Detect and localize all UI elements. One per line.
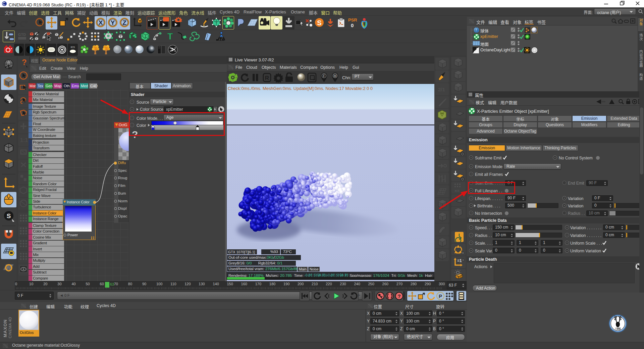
- svg-text:X: X: [99, 19, 103, 26]
- svg-text:S: S: [317, 19, 321, 27]
- svg-text:=1: =1: [457, 258, 462, 263]
- svg-text:S: S: [7, 212, 11, 219]
- svg-text:行鹿客: 行鹿客: [615, 327, 621, 330]
- svg-text:1:1: 1:1: [20, 137, 28, 143]
- svg-text:M: M: [334, 74, 336, 78]
- svg-text:Y: Y: [110, 19, 115, 26]
- svg-text:IES: IES: [71, 46, 75, 49]
- svg-text:Z: Z: [122, 19, 126, 26]
- svg-text:P: P: [439, 293, 442, 299]
- svg-text:T: T: [167, 31, 173, 42]
- svg-text:.fx: .fx: [218, 36, 224, 42]
- svg-text:GTD: GTD: [18, 33, 26, 37]
- svg-text:?: ?: [397, 293, 400, 299]
- svg-text:R: R: [265, 75, 269, 81]
- svg-text:2/1: 2/1: [438, 87, 445, 92]
- svg-text:F: F: [323, 74, 325, 78]
